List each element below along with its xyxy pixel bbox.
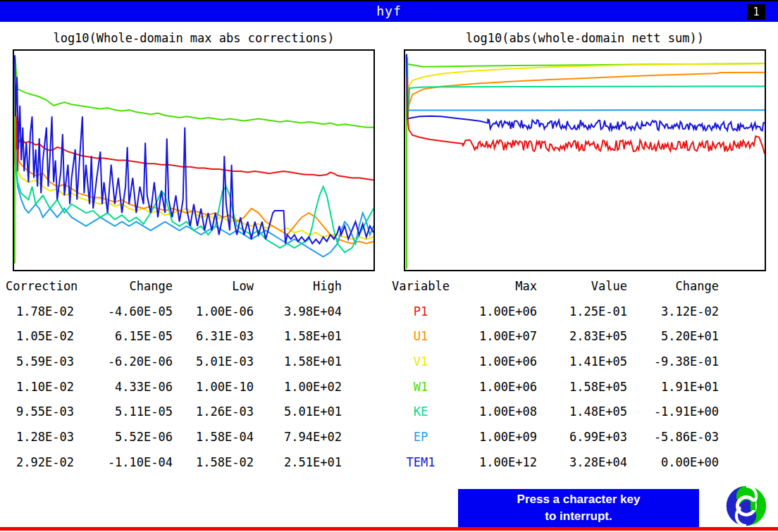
corrections-table: Correction Change Low High 1.78E-02-4.60… — [6, 273, 342, 475]
table-row: 1.78E-02-4.60E-051.00E-063.98E+04 — [6, 299, 342, 324]
title-bar: hyf 1 — [0, 1, 778, 22]
table-cell: 1.05E-02 — [6, 329, 74, 343]
variable-label: W1 — [389, 380, 452, 394]
variable-label: EP — [389, 430, 452, 444]
table-cell: 1.48E+05 — [537, 404, 627, 419]
col-variable: Variable — [389, 279, 452, 293]
interrupt-line-1: Press a character key — [517, 491, 641, 508]
nett-sum-chart — [405, 51, 765, 270]
table-cell: 1.00E+12 — [452, 455, 537, 469]
left-chart-title: log10(Whole-domain max abs corrections) — [13, 31, 375, 47]
col-correction: Correction — [6, 279, 74, 293]
table-row: KE1.00E+081.48E+05-1.91E+00 — [389, 399, 719, 424]
series-W1 — [407, 63, 765, 268]
right-chart-title: log10(abs(whole-domain nett sum)) — [404, 31, 766, 47]
variable-label: TEM1 — [389, 455, 452, 469]
variables-table-header: Variable Max Value Change — [389, 273, 719, 299]
table-cell: 5.01E-03 — [173, 354, 254, 369]
table-cell: -1.91E+00 — [627, 404, 719, 419]
table-cell: 1.00E+07 — [452, 329, 537, 343]
table-row: 2.92E-02-1.10E-041.58E-022.51E+01 — [6, 450, 342, 475]
table-cell: 1.41E+05 — [537, 354, 627, 369]
bottom-alert-bar — [0, 527, 778, 531]
table-cell: 1.00E+09 — [452, 430, 537, 444]
series-KE — [407, 57, 765, 123]
interrupt-button[interactable]: Press a character key to interrupt. — [458, 489, 699, 527]
table-cell: 1.58E-02 — [173, 455, 254, 469]
series-P1 — [407, 77, 765, 154]
table-cell: 6.99E+03 — [537, 430, 627, 444]
table-cell: 5.52E-06 — [74, 430, 173, 444]
table-cell: 1.58E+01 — [254, 354, 342, 369]
table-row: 9.55E-035.11E-051.26E-035.01E+01 — [6, 399, 342, 424]
table-cell: 6.31E-03 — [173, 329, 254, 343]
series-TEM1 — [15, 55, 373, 244]
table-row: 1.28E-035.52E-061.58E-047.94E+02 — [6, 424, 342, 450]
interrupt-line-2: to interrupt. — [545, 508, 612, 525]
sweep-status: NX NY NZ ISWEEP 1500 Time now 5:16 100 1… — [27, 492, 409, 532]
table-cell: 3.12E-02 — [627, 304, 719, 318]
page-badge: 1 — [747, 4, 765, 20]
table-cell: 1.00E+06 — [452, 354, 537, 369]
table-cell: 1.00E+06 — [452, 380, 537, 394]
nett-sum-plot — [404, 49, 766, 271]
table-row: P11.00E+061.25E-013.12E-02 — [389, 299, 719, 324]
variable-label: P1 — [389, 304, 452, 318]
table-cell: 2.51E+01 — [254, 455, 342, 469]
window-title: hyf — [0, 4, 778, 18]
table-cell: 7.94E+02 — [254, 430, 342, 444]
variable-label: KE — [389, 404, 452, 419]
table-cell: 1.58E-04 — [173, 430, 254, 444]
table-cell: 5.20E+01 — [627, 329, 719, 343]
table-cell: -1.10E-04 — [74, 455, 173, 469]
col-high: High — [254, 279, 342, 293]
table-cell: 1.00E-06 — [173, 304, 254, 318]
col-change: Change — [74, 279, 173, 293]
table-row: EP1.00E+096.99E+03-5.86E-03 — [389, 424, 719, 450]
table-cell: 1.10E-02 — [6, 380, 74, 394]
table-row: 1.05E-026.15E-056.31E-031.58E+01 — [6, 323, 342, 349]
corrections-chart — [14, 51, 373, 270]
variables-table: Variable Max Value Change P11.00E+061.25… — [389, 273, 719, 475]
table-cell: 1.78E-02 — [6, 304, 74, 318]
table-cell: -4.60E-05 — [74, 304, 173, 318]
table-cell: 5.01E+01 — [254, 404, 342, 419]
table-cell: 3.98E+04 — [254, 304, 342, 318]
table-cell: 1.91E+01 — [627, 380, 719, 394]
table-cell: 1.00E+06 — [452, 304, 537, 318]
table-cell: -6.20E-06 — [74, 354, 173, 369]
table-cell: 3.28E+04 — [537, 455, 627, 469]
table-cell: 5.11E-05 — [74, 404, 173, 419]
variable-label: V1 — [389, 354, 452, 369]
col-max: Max — [452, 279, 537, 293]
col-low: Low — [173, 279, 254, 293]
table-cell: -9.38E-01 — [627, 354, 719, 369]
table-cell: -5.86E-03 — [627, 430, 719, 444]
table-cell: 2.83E+05 — [537, 329, 627, 343]
corrections-table-header: Correction Change Low High — [6, 273, 342, 299]
series-U1 — [407, 73, 765, 125]
table-cell: 1.58E+01 — [254, 329, 342, 343]
table-cell: 4.33E-06 — [74, 380, 173, 394]
table-cell: 1.00E+02 — [254, 380, 342, 394]
table-row: V11.00E+061.41E+05-9.38E-01 — [389, 349, 719, 374]
col-change2: Change — [627, 279, 719, 293]
table-cell: 2.92E-02 — [6, 455, 74, 469]
table-row: W11.00E+061.58E+051.91E+01 — [389, 374, 719, 400]
table-cell: 1.28E-03 — [6, 430, 74, 444]
table-cell: 1.00E-10 — [173, 380, 254, 394]
table-cell: 0.00E+00 — [627, 455, 719, 469]
table-cell: 1.58E+05 — [537, 380, 627, 394]
solver-monitor-window: hyf 1 log10(Whole-domain max abs correct… — [0, 0, 778, 532]
table-row: U11.00E+072.83E+055.20E+01 — [389, 323, 719, 349]
cham-logo-icon — [724, 485, 768, 527]
table-row: 1.10E-024.33E-061.00E-101.00E+02 — [6, 374, 342, 400]
table-cell: 1.00E+08 — [452, 404, 537, 419]
variable-label: U1 — [389, 329, 452, 343]
table-row: TEM11.00E+123.28E+040.00E+00 — [389, 450, 719, 475]
corrections-plot — [13, 49, 375, 271]
table-cell: 5.59E-03 — [6, 354, 74, 369]
series-W1 — [15, 57, 373, 263]
table-cell: 6.15E-05 — [74, 329, 173, 343]
col-value: Value — [537, 279, 627, 293]
